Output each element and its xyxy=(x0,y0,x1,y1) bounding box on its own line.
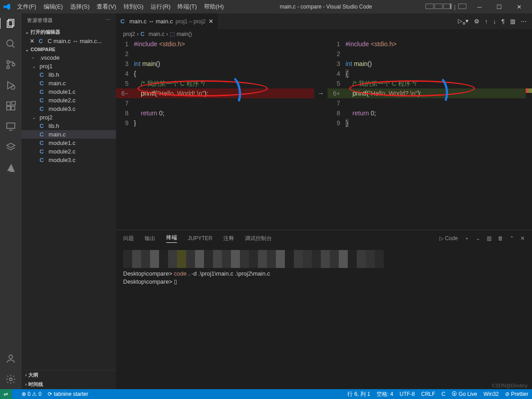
status-indentation[interactable]: 空格: 4 xyxy=(377,390,393,398)
remote-explorer-icon[interactable] xyxy=(5,121,16,132)
diff-right-pane[interactable]: 1 2 3 4 5 6+ 7 8 9 #include <stdio.h> in… xyxy=(328,39,526,230)
breadcrumb-file[interactable]: main.c xyxy=(149,31,164,37)
panel-tab-problems[interactable]: 问题 xyxy=(123,235,134,242)
file-proj1-module2[interactable]: Cmodule2.c xyxy=(22,96,116,105)
menu-select[interactable]: 选择(S) xyxy=(67,2,92,12)
status-eol[interactable]: CRLF xyxy=(421,391,435,397)
status-encoding[interactable]: UTF-8 xyxy=(399,391,415,397)
toggle-pane-left-icon[interactable] xyxy=(426,4,434,9)
file-proj1-main[interactable]: Cmain.c xyxy=(22,79,116,88)
line-number: 1 xyxy=(328,39,346,49)
outline-header[interactable]: ›大纲 xyxy=(22,370,116,380)
close-icon[interactable]: ✕ xyxy=(30,38,36,44)
file-proj2-module2[interactable]: Cmodule2.c xyxy=(22,147,116,156)
tab-diff-main[interactable]: C main.c ↔ main.c proj1 – proj2 ✕ xyxy=(116,13,218,29)
folder-proj1[interactable]: ⌄proj1 xyxy=(22,62,116,70)
open-editor-item[interactable]: ✕CC main.c ↔ main.c... xyxy=(22,37,116,45)
file-proj1-module3[interactable]: Cmodule3.c xyxy=(22,105,116,113)
file-proj2-module3[interactable]: Cmodule3.c xyxy=(22,156,116,164)
status-tabnine[interactable]: ⟳ tabnine starter xyxy=(48,391,88,397)
file-proj2-module1[interactable]: Cmodule1.c xyxy=(22,139,116,147)
customize-layout-icon[interactable] xyxy=(458,4,466,9)
terminal-dropdown-icon[interactable]: ⌄ xyxy=(476,235,480,241)
svg-point-15 xyxy=(9,378,12,381)
status-problems[interactable]: ⊗ 0 ⚠ 0 xyxy=(22,391,41,397)
more-icon[interactable]: ⋯ xyxy=(106,17,111,24)
file-proj1-module1[interactable]: Cmodule1.c xyxy=(22,88,116,96)
whitespace-icon[interactable]: ¶ xyxy=(501,18,505,25)
breadcrumb-folder[interactable]: proj2 xyxy=(123,31,135,37)
status-cursor-position[interactable]: 行 6, 列 1 xyxy=(347,390,370,398)
panel-tab-output[interactable]: 输出 xyxy=(145,235,155,242)
source-control-icon[interactable] xyxy=(5,59,16,70)
split-editor-icon[interactable]: ▥ xyxy=(510,18,515,25)
menu-terminal[interactable]: 终端(T) xyxy=(175,2,200,12)
timeline-header[interactable]: ›时间线 xyxy=(22,380,116,389)
c-file-icon: C xyxy=(40,80,46,87)
gear-icon[interactable]: ⚙ xyxy=(474,18,479,25)
run-icon[interactable]: ▷⚙▾ xyxy=(458,18,469,26)
more-actions-icon[interactable]: ⋯ xyxy=(521,18,527,25)
file-proj1-lib[interactable]: Clib.h xyxy=(22,70,116,79)
window-controls: ─ ☐ ✕ xyxy=(470,2,528,12)
prev-diff-icon[interactable]: ↑ xyxy=(485,18,488,25)
status-golive[interactable]: ⦿ Go Live xyxy=(452,391,477,397)
maximize-panel-icon[interactable]: ⌃ xyxy=(510,235,514,241)
line-number: 5 xyxy=(328,79,346,88)
status-language[interactable]: C xyxy=(442,391,446,397)
menu-go[interactable]: 转到(G) xyxy=(121,2,146,12)
file-label: main.c xyxy=(49,80,66,87)
overview-ruler[interactable] xyxy=(526,39,532,230)
diff-arrow-icon[interactable]: → xyxy=(318,88,324,98)
menu-edit[interactable]: 编辑(E) xyxy=(41,2,66,12)
tab-close-icon[interactable]: ✕ xyxy=(208,18,213,25)
menu-view[interactable]: 查看(V) xyxy=(94,2,119,12)
terminal-body[interactable]: Desktop\compare> code . -d .\proj1\main.… xyxy=(116,246,532,389)
svg-point-7 xyxy=(11,86,15,89)
extensions-icon[interactable] xyxy=(5,101,16,111)
database-icon[interactable] xyxy=(5,142,16,153)
panel-tab-jupyter[interactable]: JUPYTER xyxy=(188,235,213,241)
run-debug-icon[interactable] xyxy=(5,80,16,91)
folder-vscode[interactable]: ›.vscode xyxy=(22,53,116,62)
remote-indicator[interactable]: ⇌ xyxy=(0,389,12,399)
breadcrumb-symbol[interactable]: main() xyxy=(177,31,192,37)
toggle-pane-right-icon[interactable] xyxy=(443,4,452,9)
panel-tab-terminal[interactable]: 终端 xyxy=(166,234,177,243)
open-editors-header[interactable]: ⌄打开的编辑器 xyxy=(22,27,116,37)
toggle-pane-bottom-icon[interactable] xyxy=(434,4,443,9)
file-label: module3.c xyxy=(49,105,75,112)
code-left[interactable]: #include <stdio.h> int main() { /* 我的第一个… xyxy=(134,39,314,230)
panel-tab-comments[interactable]: 注释 xyxy=(223,235,234,242)
explorer-icon[interactable] xyxy=(0,18,21,29)
status-platform[interactable]: Win32 xyxy=(483,391,499,397)
settings-gear-icon[interactable] xyxy=(5,374,16,385)
file-proj2-lib[interactable]: Clib.h xyxy=(22,122,116,130)
vscode-logo-icon xyxy=(4,3,11,10)
status-prettier[interactable]: ⊘ Prettier xyxy=(505,391,528,397)
diff-left-pane[interactable]: 1 2 3 4 5 6− 7 8 9 #include <stdio.h> in… xyxy=(116,39,314,230)
menu-file[interactable]: 文件(F) xyxy=(14,2,39,12)
close-panel-icon[interactable]: ✕ xyxy=(520,235,525,241)
terminal-profile-icon[interactable]: ▷ Code xyxy=(439,235,458,241)
minimize-button[interactable]: ─ xyxy=(470,2,489,12)
azure-icon[interactable] xyxy=(5,162,16,173)
close-button[interactable]: ✕ xyxy=(510,2,528,12)
svg-point-5 xyxy=(7,66,9,69)
menu-help[interactable]: 帮助(H) xyxy=(201,2,226,12)
breadcrumb[interactable]: proj2› Cmain.c› ⬚main() xyxy=(116,29,532,39)
folder-proj2[interactable]: ⌄proj2 xyxy=(22,113,116,122)
next-diff-icon[interactable]: ↓ xyxy=(493,18,497,25)
code-right[interactable]: #include <stdio.h> int main() { /* 我的第一个… xyxy=(346,39,526,230)
menu-run[interactable]: 运行(R) xyxy=(148,2,173,12)
file-proj2-main[interactable]: Cmain.c xyxy=(22,130,116,139)
workspace-header[interactable]: ⌄COMPARE xyxy=(22,45,116,53)
kill-terminal-icon[interactable]: 🗑 xyxy=(498,235,503,241)
new-terminal-icon[interactable]: ＋ xyxy=(464,235,470,242)
search-icon[interactable] xyxy=(5,39,16,49)
maximize-button[interactable]: ☐ xyxy=(490,2,509,12)
split-terminal-icon[interactable]: ▥ xyxy=(487,235,492,241)
account-icon[interactable] xyxy=(5,353,16,364)
panel-tab-debug[interactable]: 调试控制台 xyxy=(245,235,272,242)
editor-tabs: C main.c ↔ main.c proj1 – proj2 ✕ ▷⚙▾ ⚙ … xyxy=(116,13,532,29)
